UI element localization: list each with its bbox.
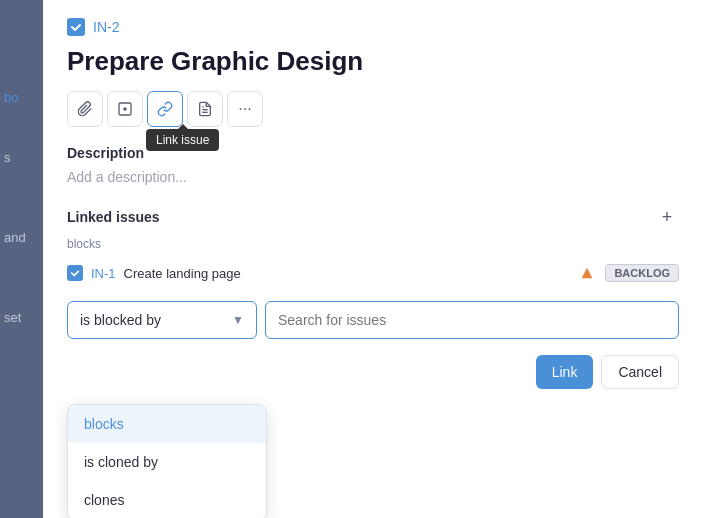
document-button[interactable]: [187, 91, 223, 127]
link-button[interactable]: Link: [536, 355, 594, 389]
issue-modal: IN-2 Prepare Graphic Design: [43, 0, 703, 518]
status-badge: BACKLOG: [605, 264, 679, 282]
sidebar-text-1: bo: [4, 90, 18, 105]
dropdown-item-clones[interactable]: clones: [68, 481, 266, 518]
sidebar-text-4: set: [4, 310, 21, 325]
sidebar-text-3: and: [4, 230, 26, 245]
description-section: Description Add a description...: [43, 131, 703, 189]
chevron-down-icon: ▼: [232, 313, 244, 327]
relation-dropdown[interactable]: is blocked by ▼: [67, 301, 257, 339]
linked-issue-row: IN-1 Create landing page BACKLOG: [43, 257, 703, 289]
issue-id: IN-2: [93, 19, 119, 35]
cancel-button[interactable]: Cancel: [601, 355, 679, 389]
add-linked-issue-button[interactable]: +: [655, 205, 679, 229]
form-actions: Link Cancel: [43, 347, 703, 397]
linked-issue-checkbox: [67, 265, 83, 281]
linked-issue-id: IN-1: [91, 266, 116, 281]
link-issue-tooltip: Link issue: [146, 129, 219, 151]
attach-button[interactable]: [67, 91, 103, 127]
child-issue-button[interactable]: [107, 91, 143, 127]
left-sidebar: bo s and set: [0, 0, 43, 518]
dropdown-item-blocks[interactable]: blocks: [68, 405, 266, 443]
toolbar: ··· Link issue: [43, 91, 703, 127]
modal-header: IN-2: [43, 0, 703, 46]
sidebar-text-2: s: [4, 150, 11, 165]
dropdown-item-is-cloned-by[interactable]: is cloned by: [68, 443, 266, 481]
relation-dropdown-menu: blocks is cloned by clones: [67, 404, 267, 518]
linked-issues-title: Linked issues: [67, 209, 160, 225]
blocks-label: blocks: [43, 237, 703, 251]
priority-icon: [577, 263, 597, 283]
relation-label: is blocked by: [80, 312, 161, 328]
issue-title: Prepare Graphic Design: [43, 46, 703, 77]
linked-issue-title: Create landing page: [124, 266, 570, 281]
more-options-button[interactable]: ···: [227, 91, 263, 127]
description-placeholder[interactable]: Add a description...: [67, 169, 679, 185]
linked-issues-header: Linked issues +: [43, 189, 703, 237]
issue-checkbox-icon: [67, 18, 85, 36]
issue-id-row: IN-2: [67, 18, 679, 36]
link-form: is blocked by ▼: [43, 293, 703, 347]
search-issues-input[interactable]: [265, 301, 679, 339]
link-issue-button[interactable]: [147, 91, 183, 127]
